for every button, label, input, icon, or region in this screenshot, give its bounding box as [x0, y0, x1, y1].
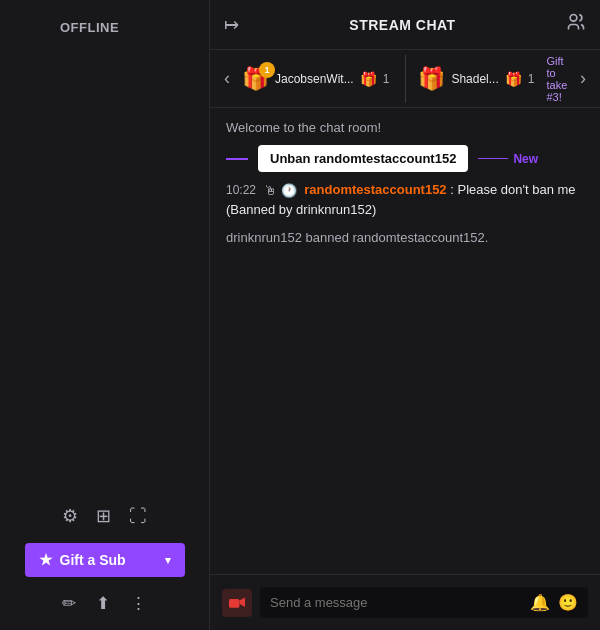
unban-tooltip[interactable]: Unban randomtestaccount152	[258, 145, 468, 172]
chat-input-icons: 🔔 🙂	[530, 593, 578, 612]
clock-icon: 🕐	[281, 181, 297, 201]
chevron-down-icon: ▾	[165, 554, 171, 567]
chat-header: ↦ STREAM CHAT	[210, 0, 600, 50]
gift-next-icon[interactable]: ›	[580, 68, 586, 89]
new-line	[478, 158, 508, 159]
chat-messages: Welcome to the chat room! Unban randomte…	[210, 108, 600, 574]
svg-point-0	[570, 15, 577, 22]
chat-back-icon[interactable]: ↦	[224, 14, 239, 36]
upload-icon[interactable]: ⬆	[96, 593, 110, 614]
gift-prev-icon[interactable]: ‹	[224, 68, 230, 89]
chat-input-wrapper: 🔔 🙂	[260, 587, 588, 618]
emoji-icon[interactable]: 🙂	[558, 593, 578, 612]
svg-marker-2	[239, 597, 245, 607]
message-icons: 🖱 🕐	[264, 181, 297, 201]
layout-icon[interactable]: ⊞	[96, 505, 111, 527]
gift-bar: ‹ 🎁 1 JacobsenWit... 🎁 1 🎁 Shadel... 🎁 1…	[210, 50, 600, 108]
chat-input[interactable]	[270, 595, 522, 610]
cursor-icon: 🖱	[264, 181, 277, 201]
chat-message-row: 10:22 🖱 🕐 randomtestaccount152 : Please …	[226, 180, 584, 220]
gift-item-2: 🎁 Shadel... 🎁 1 Gift to take #3!	[405, 55, 568, 103]
gift-username-2: Shadel...	[451, 72, 498, 86]
chat-title: STREAM CHAT	[349, 17, 455, 33]
svg-rect-1	[229, 599, 239, 608]
new-badge-container: New	[478, 152, 538, 166]
chat-users-icon[interactable]	[566, 12, 586, 37]
settings-icon[interactable]: ⚙	[62, 505, 78, 527]
gift-count-2: 1	[528, 72, 535, 86]
gift-box-icon-2: 🎁	[418, 66, 445, 92]
banned-username: randomtestaccount152	[304, 182, 446, 197]
bell-icon[interactable]: 🔔	[530, 593, 550, 612]
chat-input-area: 🔔 🙂	[210, 574, 600, 630]
star-icon: ★	[39, 551, 52, 569]
fullscreen-icon[interactable]: ⛶	[129, 506, 147, 527]
welcome-message: Welcome to the chat room!	[226, 120, 584, 135]
gift-count-1: 1	[383, 72, 390, 86]
sidebar: OFFLINE ⚙ ⊞ ⛶ ★ Gift a Sub ▾ ✏ ⬆ ⋮	[0, 0, 210, 630]
gift-box-icon-1: 🎁 1	[242, 66, 269, 92]
sidebar-icons: ⚙ ⊞ ⛶	[62, 505, 147, 527]
gift-item-1: 🎁 1 JacobsenWit... 🎁 1	[242, 66, 389, 92]
gift-bar-items: 🎁 1 JacobsenWit... 🎁 1 🎁 Shadel... 🎁 1 G…	[242, 55, 568, 103]
unban-tooltip-row: Unban randomtestaccount152 New	[226, 145, 584, 172]
gift-username-1: JacobsenWit...	[275, 72, 354, 86]
ban-notice: drinknrun152 banned randomtestaccount152…	[226, 230, 584, 245]
sidebar-bottom-icons: ✏ ⬆ ⋮	[62, 593, 147, 614]
gift-icon-sub-2: 🎁	[505, 71, 522, 87]
pencil-icon[interactable]: ✏	[62, 593, 76, 614]
gift-icon-sub-1: 🎁	[360, 71, 377, 87]
gift-sub-button[interactable]: ★ Gift a Sub ▾	[25, 543, 185, 577]
chat-panel: ↦ STREAM CHAT ‹ 🎁 1 JacobsenWit... 🎁 1	[210, 0, 600, 630]
gift-take-text[interactable]: Gift to take #3!	[546, 55, 568, 103]
new-badge: New	[513, 152, 538, 166]
offline-label: OFFLINE	[60, 20, 119, 35]
unban-line-left	[226, 158, 248, 160]
gift-sub-label: Gift a Sub	[60, 552, 126, 568]
more-icon[interactable]: ⋮	[130, 593, 147, 614]
camera-icon[interactable]	[222, 589, 252, 617]
message-time: 10:22	[226, 183, 256, 197]
